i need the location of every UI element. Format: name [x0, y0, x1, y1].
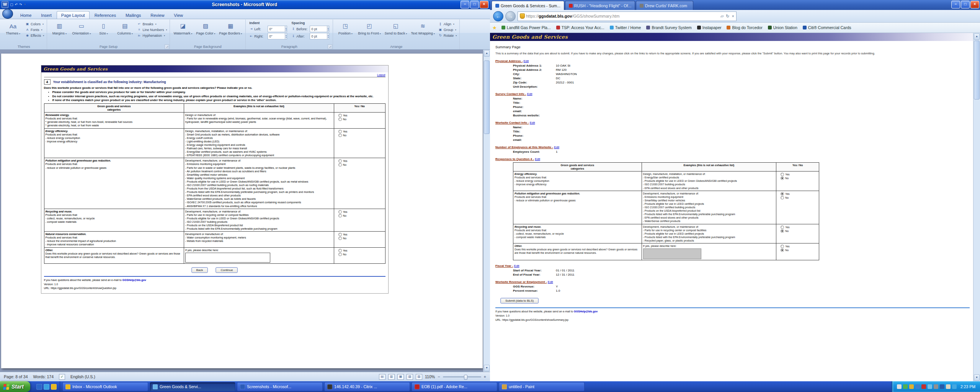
- yes-radio[interactable]: [781, 173, 784, 176]
- print-layout-view-icon[interactable]: ▤: [379, 374, 385, 380]
- fullscreen-view-icon[interactable]: ▥: [388, 374, 395, 380]
- favorites-bar-item[interactable]: Citi® Commercial Cards: [800, 24, 854, 31]
- ribbon-tab[interactable]: Page Layout: [57, 11, 90, 19]
- spacing-before-input[interactable]: 0 pt▴▾: [310, 26, 329, 32]
- tray-icon[interactable]: [952, 384, 957, 389]
- tray-icon[interactable]: [915, 384, 920, 389]
- favorites-bar-item[interactable]: Landfill Gas Power Pla...: [499, 24, 554, 31]
- ribbon-big-button[interactable]: ▥ Margins▾: [49, 20, 70, 44]
- describe-textarea[interactable]: [643, 248, 701, 259]
- quicklaunch-icon[interactable]: [44, 384, 49, 390]
- stop-icon[interactable]: ×: [732, 14, 734, 18]
- favorites-star-icon[interactable]: ★: [492, 25, 497, 31]
- dialog-launcher-icon[interactable]: ◿: [328, 44, 332, 49]
- redo-icon[interactable]: ↷: [19, 3, 22, 7]
- ribbon-tab[interactable]: Home: [16, 11, 36, 19]
- tray-icon[interactable]: [897, 384, 902, 389]
- spinner-arrows-icon[interactable]: ▴▾: [285, 26, 287, 32]
- favorites-bar-item[interactable]: Union Station: [765, 24, 800, 31]
- scroll-up-icon[interactable]: ▲: [484, 50, 490, 57]
- spinner-arrows-icon[interactable]: ▴▾: [327, 26, 329, 32]
- zoom-in-icon[interactable]: +: [484, 374, 486, 379]
- scrollbar-thumb[interactable]: [484, 60, 490, 134]
- submit-button[interactable]: Submit (data to BLS): [500, 298, 539, 304]
- ribbon-big-button[interactable]: ▭ Orientation▾: [70, 20, 92, 44]
- restore-button[interactable]: □: [470, 1, 479, 8]
- no-radio[interactable]: [781, 229, 784, 233]
- taskbar-button[interactable]: 146.142.40.39 - Citrix ...: [324, 382, 410, 391]
- spellcheck-icon[interactable]: ✓: [59, 374, 65, 380]
- zoom-out-icon[interactable]: −: [438, 374, 440, 379]
- favorites-bar-item[interactable]: TSP: Access Your Acc...: [554, 24, 607, 31]
- outline-view-icon[interactable]: ▧: [407, 374, 413, 380]
- tray-icon[interactable]: [921, 384, 926, 389]
- ribbon-small-button[interactable]: ≡ Line Numbers ▾: [136, 27, 168, 32]
- edit-link[interactable]: Edit: [535, 157, 540, 161]
- close-button[interactable]: ×: [480, 1, 488, 8]
- no-radio[interactable]: [781, 196, 784, 199]
- edit-link[interactable]: Edit: [548, 280, 553, 284]
- help-email-link[interactable]: GGSHelp@bls.gov: [574, 310, 598, 313]
- ribbon-big-button[interactable]: ◰ Bring to Front▾: [356, 20, 382, 44]
- ribbon-tab[interactable]: Mailings: [121, 11, 145, 19]
- tray-icon[interactable]: [934, 384, 938, 389]
- tray-icon[interactable]: [946, 384, 951, 389]
- ribbon-small-button[interactable]: a- Hyphenation ▾: [136, 33, 168, 38]
- office-button[interactable]: [2, 9, 13, 19]
- edit-link[interactable]: Edit: [514, 264, 519, 268]
- browser-tab[interactable]: RUSH - "Headlong Flight" - Of...: [565, 1, 635, 10]
- back-button[interactable]: ←: [493, 11, 503, 21]
- ribbon-tab[interactable]: View: [169, 11, 188, 19]
- zoom-slider-thumb[interactable]: [464, 375, 467, 380]
- ribbon-tab[interactable]: Review: [146, 11, 169, 19]
- ribbon-big-button[interactable]: ◱ Send to Back▾: [383, 20, 409, 44]
- zoom-slider[interactable]: [443, 376, 481, 377]
- restore-button[interactable]: □: [961, 1, 970, 8]
- ribbon-small-button[interactable]: ▣ Colors ▾: [24, 21, 45, 26]
- ribbon-small-button[interactable]: ↻ Rotate ▾: [438, 33, 458, 38]
- word-vertical-scrollbar[interactable]: ▲ ▼: [483, 50, 490, 372]
- no-radio[interactable]: [781, 176, 784, 180]
- ribbon-big-button[interactable]: ◪ Watermark▾: [172, 20, 194, 44]
- minimize-button[interactable]: –: [951, 1, 960, 8]
- quicklaunch-icon[interactable]: [36, 384, 42, 390]
- forward-button[interactable]: →: [505, 11, 516, 21]
- chevron-down-icon[interactable]: ▾: [24, 3, 26, 7]
- word-count[interactable]: Words: 174: [33, 374, 54, 379]
- start-button[interactable]: Start: [0, 381, 30, 392]
- edit-link[interactable]: Edit: [527, 92, 532, 96]
- scroll-down-icon[interactable]: ▼: [484, 365, 490, 371]
- edit-link[interactable]: Edit: [554, 145, 559, 149]
- zoom-level[interactable]: 110%: [425, 374, 435, 379]
- ribbon-big-button[interactable]: ▨ Page Color▾: [194, 20, 217, 44]
- ribbon-small-button[interactable]: ◉ Effects ▾: [24, 33, 45, 38]
- page-indicator[interactable]: Page: 8 of 34: [4, 374, 28, 379]
- language-indicator[interactable]: English (U.S.): [70, 374, 95, 379]
- taskbar-button[interactable]: EOB (1).pdf - Adobe Re...: [412, 382, 497, 391]
- address-bar[interactable]: https://ggsdatat.bls.gov/GGS/showSummary…: [518, 11, 737, 21]
- ribbon-tab[interactable]: Insert: [36, 11, 56, 19]
- tray-icon[interactable]: [903, 384, 908, 389]
- indent-left-input[interactable]: 0"▴▾: [268, 26, 287, 32]
- favorites-bar-item[interactable]: Brandt Survey System: [644, 24, 694, 31]
- tray-icon[interactable]: [909, 384, 914, 389]
- word-titlebar[interactable]: W ▢ ↶ ↷ ▾ Screenshots - Microsoft Word –…: [0, 0, 490, 9]
- ribbon-small-button[interactable]: ↵ Breaks ▾: [136, 21, 168, 26]
- themes-button[interactable]: Aa Themes▾: [3, 20, 23, 44]
- minimize-button[interactable]: –: [461, 1, 469, 8]
- tray-icon[interactable]: [928, 384, 932, 389]
- save-icon[interactable]: ▢: [10, 3, 13, 7]
- edit-link[interactable]: Edit: [530, 121, 535, 124]
- indent-right-input[interactable]: 0"▴▾: [268, 33, 287, 39]
- spinner-arrows-icon[interactable]: ▴▾: [285, 33, 287, 39]
- ribbon-small-button[interactable]: ∥ Align ▾: [438, 21, 458, 26]
- draft-view-icon[interactable]: ▨: [416, 374, 422, 380]
- browser-tab[interactable]: Drew Curtis' FARK.com: [636, 1, 693, 10]
- taskbar-button[interactable]: Green Goods & Servi...: [150, 382, 235, 391]
- taskbar-button[interactable]: untitled - Paint: [499, 382, 585, 391]
- scrollbar-thumb[interactable]: [974, 41, 980, 100]
- refresh-icon[interactable]: ↻: [726, 14, 729, 19]
- yes-radio[interactable]: [781, 192, 784, 196]
- no-radio[interactable]: [781, 248, 784, 252]
- ribbon-tab[interactable]: References: [90, 11, 121, 19]
